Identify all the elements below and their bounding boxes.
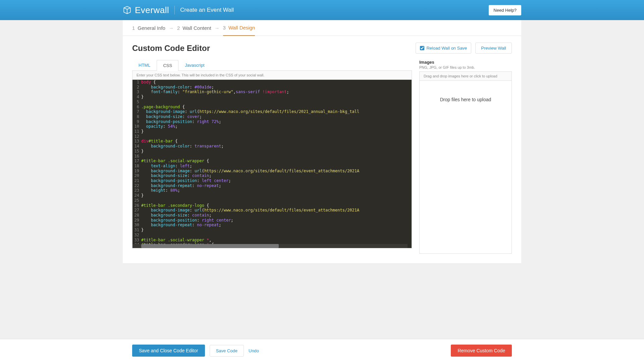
tab-css[interactable]: CSS (157, 60, 178, 71)
line-number: 5 (132, 100, 141, 105)
line-text[interactable]: background-image: url(https://www.naco.o… (141, 109, 412, 114)
code-line[interactable]: 8 background-size: cover; (132, 114, 412, 119)
title-actions: Reload Wall on Save Preview Wall (416, 43, 512, 54)
line-text[interactable]: background-image: url(https://www.naco.o… (141, 169, 412, 174)
line-text[interactable]: background-position: right center; (141, 218, 412, 223)
line-text[interactable]: height: 80%; (141, 188, 412, 193)
line-text[interactable] (141, 100, 412, 105)
code-line[interactable]: 27 background-image: url(https://www.nac… (132, 208, 412, 213)
reload-wall-input[interactable] (420, 46, 424, 50)
preview-wall-button[interactable]: Preview Wall (475, 43, 512, 54)
line-text[interactable]: font-family: "franklin-gothic-urw",sans-… (141, 89, 412, 95)
code-line[interactable]: 23 height: 80%; (132, 188, 412, 193)
tab-javascript[interactable]: Javascript (178, 60, 211, 70)
images-panel: Images PNG, JPG, or GIF files up to 3mb.… (419, 60, 512, 254)
breadcrumb-step-2[interactable]: 2Wall Content (177, 25, 211, 31)
line-text[interactable]: background-position: left center; (141, 178, 412, 183)
breadcrumb-step-num: 3 (223, 25, 226, 31)
line-text[interactable] (141, 233, 412, 238)
line-text[interactable]: text-align: left; (141, 164, 412, 169)
code-line[interactable]: 19 background-image: url(https://www.nac… (132, 169, 412, 174)
code-line[interactable]: 17#title-bar .social-wrapper { (132, 159, 412, 164)
code-line[interactable]: 29 background-position: right center; (132, 218, 412, 223)
line-text[interactable]: background-repeat: no-repeat; (141, 183, 412, 188)
code-line[interactable]: 2 background-color: #00a1de; (132, 85, 412, 90)
code-line[interactable]: 26#title-bar .secondary-logo { (132, 203, 412, 208)
line-text[interactable]: background-size: cover; (141, 114, 412, 119)
code-line[interactable]: 32 (132, 233, 412, 238)
line-text[interactable] (141, 134, 412, 139)
code-line[interactable]: 16 (132, 154, 412, 159)
line-text[interactable]: background-color: transparent; (141, 144, 412, 149)
code-line[interactable]: 15} (132, 149, 412, 154)
images-subtitle: PNG, JPG, or GIF files up to 3mb. (419, 65, 512, 69)
code-line[interactable]: 28 background-size: contain; (132, 213, 412, 218)
line-text[interactable]: body { (141, 80, 412, 85)
code-line[interactable]: 18 text-align: left; (132, 164, 412, 169)
horizontal-scrollbar-thumb[interactable] (141, 244, 279, 248)
line-text[interactable]: #title-bar .social-wrapper *, (141, 238, 412, 243)
line-text[interactable]: background-size: contain; (141, 173, 412, 178)
code-line[interactable]: 5 (132, 100, 412, 105)
code-line[interactable]: 10 opacity: 54%; (132, 124, 412, 129)
line-text[interactable] (141, 198, 412, 203)
image-dropzone[interactable]: Drop files here to upload (419, 81, 512, 254)
code-editor[interactable]: 1body {2 background-color: #00a1de;3 fon… (132, 79, 412, 248)
app-header: Everwall Create an Event Wall Need Help? (0, 0, 644, 20)
page-title-row: Custom Code Editor Reload Wall on Save P… (132, 43, 512, 54)
brand-logo[interactable]: Everwall (123, 5, 169, 15)
line-number: 28 (132, 213, 141, 218)
code-line[interactable]: 11} (132, 129, 412, 134)
line-text[interactable]: } (141, 228, 412, 233)
line-text[interactable]: background-image: url(https://www.naco.o… (141, 208, 412, 213)
code-line[interactable]: 33#title-bar .social-wrapper *, (132, 238, 412, 243)
line-text[interactable]: background-color: #00a1de; (141, 85, 412, 90)
line-text[interactable]: div#title-bar { (141, 139, 412, 144)
code-line[interactable]: 22 background-repeat: no-repeat; (132, 183, 412, 188)
code-line[interactable]: 12 (132, 134, 412, 139)
line-text[interactable]: background-position: right 72%; (141, 119, 412, 124)
line-text[interactable]: opacity: 54%; (141, 124, 412, 129)
need-help-button[interactable]: Need Help? (489, 5, 521, 15)
code-line[interactable]: 30 background-repeat: no-repeat; (132, 223, 412, 228)
code-line[interactable]: 13div#title-bar { (132, 139, 412, 144)
line-text[interactable]: } (141, 95, 412, 100)
tab-html[interactable]: HTML (132, 60, 157, 70)
code-line[interactable]: 25 (132, 198, 412, 203)
line-text[interactable]: #title-bar .secondary-logo { (141, 203, 412, 208)
line-text[interactable]: #title-bar .social-wrapper { (141, 159, 412, 164)
line-text[interactable] (141, 154, 412, 159)
line-number: 4 (132, 95, 141, 100)
line-number: 12 (132, 134, 141, 139)
breadcrumb-step-3[interactable]: 3Wall Design (223, 25, 255, 36)
code-line[interactable]: 31} (132, 228, 412, 233)
breadcrumb-step-label: Wall Design (228, 25, 255, 31)
code-line[interactable]: 21 background-position: left center; (132, 178, 412, 183)
code-line[interactable]: 1body { (132, 80, 412, 85)
line-text[interactable]: } (141, 193, 412, 198)
code-line[interactable]: 14 background-color: transparent; (132, 144, 412, 149)
line-text[interactable]: .page-background { (141, 105, 412, 110)
code-line[interactable]: 20 background-size: contain; (132, 173, 412, 178)
line-text[interactable]: } (141, 149, 412, 154)
breadcrumb-step-1[interactable]: 1General Info (132, 25, 165, 31)
code-line[interactable]: 9 background-position: right 72%; (132, 119, 412, 124)
line-text[interactable]: background-size: contain; (141, 213, 412, 218)
line-text[interactable]: background-repeat: no-repeat; (141, 223, 412, 228)
reload-wall-checkbox[interactable]: Reload Wall on Save (416, 43, 471, 54)
header-divider (174, 6, 175, 14)
everwall-icon (123, 6, 131, 14)
dropzone-text: Drop files here to upload (440, 97, 491, 102)
line-text[interactable]: } (141, 129, 412, 134)
line-number: 20 (132, 173, 141, 178)
chevron-right-icon: → (215, 25, 220, 31)
code-scroll[interactable]: 1body {2 background-color: #00a1de;3 fon… (132, 80, 412, 248)
code-line[interactable]: 6.page-background { (132, 105, 412, 110)
code-line[interactable]: 7 background-image: url(https://www.naco… (132, 109, 412, 114)
line-number: 6 (132, 105, 141, 110)
code-line[interactable]: 4} (132, 95, 412, 100)
horizontal-scrollbar[interactable] (132, 244, 408, 248)
code-line[interactable]: 24} (132, 193, 412, 198)
code-line[interactable]: 3 font-family: "franklin-gothic-urw",san… (132, 89, 412, 95)
line-number: 14 (132, 144, 141, 149)
